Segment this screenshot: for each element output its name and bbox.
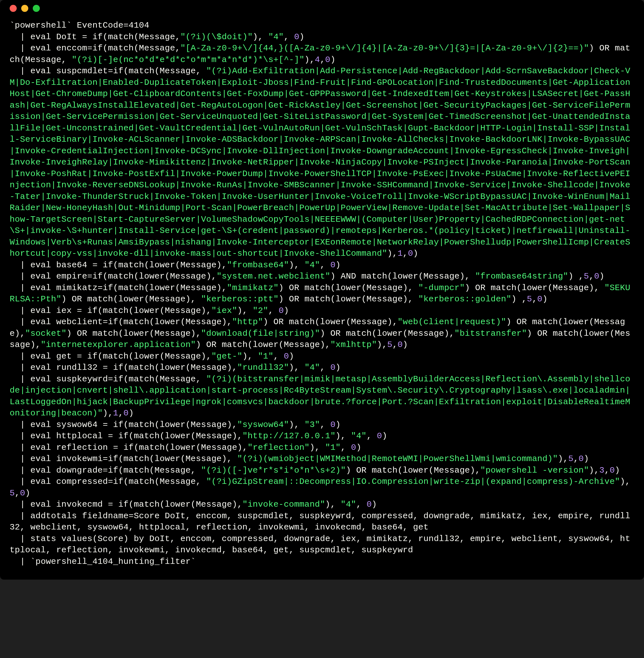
code-token: , <box>118 408 123 418</box>
string-token: "internetexplorer.application" <box>41 340 196 349</box>
code-token: , <box>341 443 351 452</box>
number-token: 0 <box>123 408 129 418</box>
number-token: 5 <box>9 489 15 498</box>
string-token: "kerberos::golden" <box>418 294 511 304</box>
number-token: 0 <box>377 431 382 441</box>
number-token: 0 <box>351 443 356 452</box>
terminal-window: `powershell` EventCode=4104 | eval DoIt … <box>0 0 644 580</box>
string-token: "web(client|request)" <box>398 317 506 327</box>
string-token: "1" <box>258 351 273 361</box>
string-token: "(?i)(wmiobject|WMIMethod|RemoteWMI|Powe… <box>237 454 558 463</box>
number-token: 5 <box>583 272 589 281</box>
number-token: 3 <box>599 466 604 475</box>
code-token: ), <box>237 306 253 316</box>
number-token: 5 <box>527 294 532 304</box>
number-token: 1 <box>398 249 403 258</box>
code-token: ), <box>253 32 268 42</box>
string-token: "frombase64string" <box>475 272 568 281</box>
string-token: "-dumpcr" <box>418 283 465 293</box>
string-token: "(?i)Add-Exfiltration|Add-Persistence|Ad… <box>9 66 630 258</box>
string-token: "(?i)(\$doit)" <box>180 32 252 42</box>
number-token: 0 <box>325 55 330 65</box>
string-token: "bitstransfer" <box>455 329 527 338</box>
code-token: , <box>320 363 330 372</box>
code-token: ) AND match(lower(Message), <box>330 272 475 281</box>
code-token: ), <box>589 466 599 475</box>
code-token: ), <box>309 443 325 452</box>
number-token: 0 <box>578 454 583 463</box>
string-token: "reflection" <box>248 443 309 452</box>
zoom-icon[interactable] <box>33 5 40 12</box>
string-token: "(?i)GZipStream|::Decompress|IO.Compress… <box>206 477 620 486</box>
number-token: 0 <box>537 294 543 304</box>
code-token: , <box>573 454 578 463</box>
code-token: , <box>532 294 537 304</box>
code-token: ) OR match(lower(Message), <box>61 294 201 304</box>
string-token: "get-" <box>211 351 243 361</box>
string-token: "4" <box>304 260 320 270</box>
code-token: ), <box>620 477 630 486</box>
string-token: "(?i)([-]ve*r*s*i*o*n*\s+2)" <box>201 466 346 475</box>
code-token: ) OR match(lower(Message), <box>67 329 201 338</box>
number-token: 0 <box>284 351 289 361</box>
string-token: "xmlhttp" <box>330 340 377 349</box>
string-token: "1" <box>325 443 341 452</box>
code-token: ) OR match(lower(Message), <box>278 294 418 304</box>
number-token: 0 <box>20 489 25 498</box>
string-token: "powershell -version" <box>480 466 589 475</box>
string-token: "syswow64" <box>237 420 289 430</box>
code-token: , <box>320 55 325 65</box>
number-token: 0 <box>610 466 615 475</box>
string-token: "iex" <box>211 306 237 316</box>
number-token: 0 <box>408 249 413 258</box>
string-token: "frombase64" <box>227 260 289 270</box>
string-token: "socket" <box>25 329 67 338</box>
number-token: 0 <box>330 260 335 270</box>
string-token: "rundll32" <box>237 363 289 372</box>
minimize-icon[interactable] <box>21 5 28 12</box>
code-token: ), <box>336 431 351 441</box>
number-token: 5 <box>387 340 392 349</box>
string-token: "(?i)[-]e(nc*o*d*e*d*c*o*m*m*a*n*d*)*\s+… <box>72 55 304 65</box>
string-token: "kerberos::ptt" <box>201 294 279 304</box>
number-token: 0 <box>330 363 335 372</box>
number-token: 1 <box>113 408 118 418</box>
code-token: , <box>320 420 330 430</box>
code-token: ) | eval invokecmd = if(match(lower(Mess… <box>9 489 243 509</box>
code-token: ), <box>377 340 387 349</box>
code-token: ), <box>289 420 304 430</box>
titlebar <box>0 0 644 17</box>
string-token: "4" <box>268 32 284 42</box>
code-token: `powershell` EventCode=4104 | eval DoIt … <box>9 21 180 42</box>
number-token: 0 <box>330 420 335 430</box>
code-token: ), <box>289 260 304 270</box>
code-token: ) OR match(lower(Message), <box>320 329 455 338</box>
code-token: ), <box>325 500 341 509</box>
code-token: ) OR match(lower(Message), <box>278 283 418 293</box>
number-token: 5 <box>568 454 573 463</box>
code-token: ) OR match(lower(Message), <box>346 466 481 475</box>
number-token: 0 <box>398 340 403 349</box>
number-token: 0 <box>278 306 284 316</box>
string-token: "4" <box>351 431 367 441</box>
string-token: "4" <box>304 363 320 372</box>
code-token: ) OR match(lower(Message), <box>465 283 604 293</box>
code-block: `powershell` EventCode=4104 | eval DoIt … <box>0 17 644 571</box>
code-token: ), <box>289 363 304 372</box>
code-token: , <box>367 431 377 441</box>
code-token: ) , <box>568 272 583 281</box>
code-token: , <box>403 249 408 258</box>
code-token: , <box>273 351 284 361</box>
code-token: ) OR match(lower(Message), <box>196 340 330 349</box>
string-token: "system.net.webclient" <box>216 272 330 281</box>
number-token: 4 <box>315 55 320 65</box>
string-token: "2" <box>253 306 268 316</box>
string-token: "http" <box>232 317 263 327</box>
code-token: ) , <box>511 294 527 304</box>
code-token: , <box>604 466 610 475</box>
code-token: ), <box>558 454 568 463</box>
string-token: "4" <box>341 500 356 509</box>
code-token: ) OR match(lower(Message), <box>263 317 398 327</box>
code-token: , <box>320 260 330 270</box>
close-icon[interactable] <box>9 5 17 12</box>
